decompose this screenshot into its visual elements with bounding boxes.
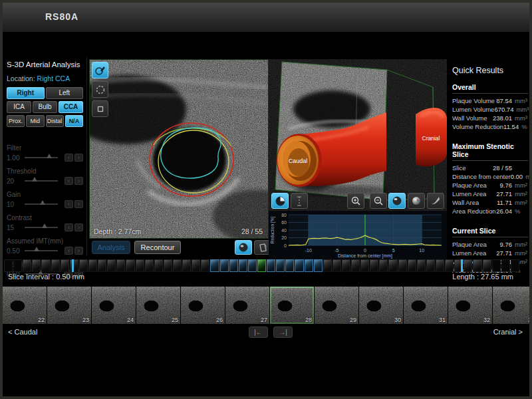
navigator-cell[interactable] [51, 259, 60, 272]
caudal-nav-label[interactable]: < Caudal [8, 328, 37, 336]
navigator-cell[interactable] [229, 259, 238, 272]
slider-decrement-button[interactable]: ‹ [65, 177, 73, 185]
navigator-cell[interactable] [276, 259, 285, 272]
position-button-mid[interactable]: Mid [26, 115, 44, 127]
slider-thumb[interactable] [32, 177, 37, 182]
slider-increment-button[interactable]: › [74, 177, 83, 185]
navigator-cell[interactable] [154, 259, 163, 272]
navigator-cell[interactable] [417, 259, 426, 272]
navigator-cell[interactable] [4, 259, 13, 272]
navigator-cell[interactable] [426, 259, 435, 272]
navigator-cell[interactable] [173, 259, 182, 272]
navigator-cell[interactable] [285, 259, 294, 272]
slider-thumb[interactable] [42, 223, 47, 228]
navigator-cell[interactable] [305, 259, 313, 272]
recontour-button[interactable]: Recontour [134, 241, 181, 254]
slice-thumbnail-25[interactable]: 25 [136, 287, 180, 324]
slice-thumbnail-22[interactable]: 22 [3, 287, 47, 324]
slice-thumbnail-26[interactable]: 26 [181, 287, 225, 324]
navigator-cell[interactable] [267, 259, 275, 272]
navigator-cell[interactable] [295, 259, 303, 272]
navigator-cell[interactable] [23, 259, 31, 272]
slice-thumbnail-33[interactable]: 33 [493, 287, 532, 324]
position-button-na[interactable]: N/A [65, 115, 83, 127]
navigator-cell[interactable] [445, 259, 454, 272]
slider-thumb[interactable] [47, 154, 52, 158]
side-button-left[interactable]: Left [46, 87, 84, 99]
navigator-cell[interactable] [473, 259, 481, 272]
position-button-prox[interactable]: Prox. [7, 115, 25, 127]
side-button-right[interactable]: Right [7, 87, 45, 99]
slice-thumbnail-29[interactable]: 29 [315, 287, 358, 324]
navigator-cell[interactable] [483, 259, 491, 272]
navigator-cell[interactable] [408, 259, 416, 272]
slider-decrement-button[interactable]: ‹ [65, 200, 73, 208]
navigator-cell[interactable] [492, 259, 501, 272]
cranial-nav-label[interactable]: Cranial > [493, 328, 523, 336]
navigator-cell[interactable] [98, 259, 106, 272]
navigator-cell[interactable] [464, 259, 472, 272]
segment-button-bulb[interactable]: Bulb [33, 101, 57, 113]
navigator-cell[interactable] [314, 259, 323, 272]
slider-increment-button[interactable]: › [74, 223, 83, 231]
sculpt-button[interactable] [427, 193, 444, 209]
navigator-cell[interactable] [511, 259, 519, 272]
slice-thumbnail-30[interactable]: 30 [359, 287, 403, 324]
segment-button-ica[interactable]: ICA [7, 101, 31, 113]
volume-toggle-button[interactable] [235, 240, 252, 255]
navigator-cell[interactable] [257, 259, 266, 272]
slider-track[interactable] [25, 203, 58, 205]
navigator-cell[interactable] [370, 259, 378, 272]
step-back-button[interactable]: |← [249, 327, 268, 338]
cut-sphere-button[interactable] [271, 193, 289, 209]
navigator-cell[interactable] [379, 259, 388, 272]
ultrasound-2d-view[interactable]: Depth : 2.77cm 28 / 55 [89, 59, 269, 239]
zoom-in-button[interactable] [347, 193, 364, 209]
navigator-cell[interactable] [116, 259, 125, 272]
slider-thumb[interactable] [40, 200, 45, 205]
navigator-cell[interactable] [360, 259, 369, 272]
cranial-range-marker[interactable] [461, 259, 463, 272]
navigator-cell[interactable] [88, 259, 97, 272]
navigator-cell[interactable] [70, 259, 78, 272]
slice-thumbnail-27[interactable]: 27 [225, 287, 269, 324]
slider-track[interactable] [25, 250, 58, 251]
navigator-cell[interactable] [79, 259, 88, 272]
navigator-cell[interactable] [342, 259, 350, 272]
navigator-cell[interactable] [398, 259, 407, 272]
step-forward-button[interactable]: →| [273, 327, 293, 338]
navigator-cell[interactable] [32, 259, 41, 272]
slice-thumbnail-23[interactable]: 23 [47, 287, 91, 324]
zoom-out-button[interactable] [370, 193, 387, 209]
slider-increment-button[interactable]: › [74, 200, 83, 208]
navigator-cell[interactable] [220, 259, 229, 272]
navigator-cell[interactable] [248, 259, 257, 272]
slice-navigator[interactable] [4, 259, 520, 272]
navigator-cell[interactable] [332, 259, 341, 272]
navigator-cell[interactable] [436, 259, 444, 272]
slider-decrement-button[interactable]: ‹ [65, 154, 73, 162]
navigator-cell[interactable] [351, 259, 360, 272]
navigator-cell[interactable] [126, 259, 134, 272]
analysis-button[interactable]: Analysis [92, 241, 130, 254]
render-mode-button[interactable] [388, 193, 406, 209]
navigator-cell[interactable] [61, 259, 69, 272]
slider-track[interactable] [25, 180, 58, 182]
navigator-cell[interactable] [210, 259, 219, 272]
color-map-button[interactable] [408, 193, 425, 209]
navigator-cell[interactable] [107, 259, 116, 272]
navigator-cell[interactable] [41, 259, 50, 272]
slider-thumb[interactable] [34, 247, 39, 251]
rect-roi-button[interactable] [92, 100, 108, 117]
navigator-cell[interactable] [13, 259, 22, 272]
slice-thumbnail-24[interactable]: 24 [92, 287, 136, 324]
slider-decrement-button[interactable]: ‹ [65, 223, 73, 231]
measure-ruler-button[interactable] [291, 193, 308, 209]
navigator-cell[interactable] [501, 259, 510, 272]
navigator-cell[interactable] [192, 259, 200, 272]
slider-increment-button[interactable]: › [74, 154, 83, 162]
slice-thumbnail-31[interactable]: 31 [404, 287, 448, 324]
position-button-distal[interactable]: Distal [46, 115, 64, 127]
slider-decrement-button[interactable]: ‹ [65, 247, 73, 255]
navigator-cell[interactable] [145, 259, 154, 272]
